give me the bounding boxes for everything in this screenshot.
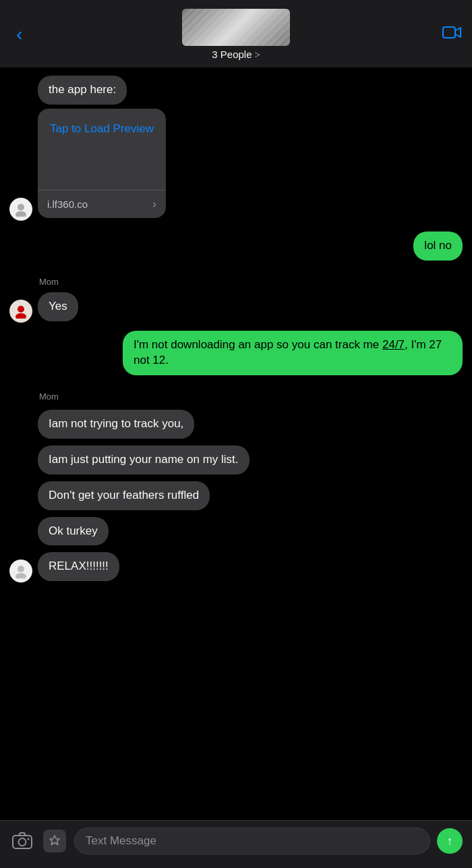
message-text: RELAX!!!!!!!	[49, 560, 109, 572]
group-name-row[interactable]: 3 People >	[212, 49, 260, 60]
svg-rect-7	[13, 836, 32, 848]
header-center: 3 People >	[182, 9, 290, 60]
svg-point-9	[28, 838, 30, 840]
message-bubble: RELAX!!!!!!!	[38, 552, 119, 581]
appstore-button[interactable]	[42, 828, 67, 854]
sender-label: Mom	[39, 391, 463, 402]
message-row: Yes	[9, 292, 463, 323]
link-preview-content: Tap to Load Preview	[38, 109, 166, 190]
group-avatar-redacted	[182, 9, 290, 46]
message-bubble-sent: I'm not downloading an app so you can tr…	[123, 331, 463, 375]
back-button[interactable]: ‹	[11, 21, 28, 48]
messages-area: the app here: Tap to Load Preview i.lf36…	[0, 67, 472, 592]
svg-point-8	[19, 838, 26, 846]
text-message-input[interactable]: Text Message	[74, 828, 430, 855]
message-text: Don't get your feathers ruffled	[49, 489, 199, 501]
message-text: the app here:	[49, 83, 116, 96]
message-bubble: Ok turkey	[38, 517, 109, 546]
send-button[interactable]: ↑	[437, 828, 463, 854]
svg-point-4	[16, 313, 26, 319]
sender-label: Mom	[39, 277, 463, 287]
group-name: 3 People	[212, 49, 252, 60]
message-bubble: the app here:	[38, 76, 127, 105]
link-preview-bubble[interactable]: Tap to Load Preview i.lf360.co ›	[38, 109, 166, 218]
message-row: Tap to Load Preview i.lf360.co ›	[9, 109, 463, 221]
text-message-placeholder: Text Message	[86, 834, 156, 848]
svg-point-5	[18, 566, 24, 572]
message-text: lol no	[424, 239, 452, 252]
send-icon: ↑	[447, 835, 453, 847]
group-chevron-icon: >	[255, 49, 260, 60]
message-text: Iam just putting your name on my list.	[49, 453, 239, 466]
message-text: Yes	[49, 300, 67, 313]
avatar	[9, 560, 32, 582]
message-text: Iam not trying to track you,	[49, 417, 183, 430]
underlined-text: 24/7	[382, 338, 405, 351]
message-text: I'm not downloading an app so you can tr…	[134, 338, 442, 367]
avatar	[9, 198, 32, 221]
message-bubble: Iam not trying to track you,	[38, 410, 194, 439]
message-bubble: Yes	[38, 292, 78, 321]
message-text: Ok turkey	[49, 524, 98, 537]
message-row: RELAX!!!!!!!	[9, 552, 463, 582]
svg-rect-0	[443, 27, 455, 38]
message-bubble: Don't get your feathers ruffled	[38, 481, 210, 510]
link-preview-footer: i.lf360.co ›	[38, 190, 166, 218]
link-url: i.lf360.co	[47, 198, 88, 210]
message-bubble-sent: lol no	[413, 232, 463, 261]
svg-point-6	[16, 573, 26, 578]
header: ‹ 3 People >	[0, 0, 472, 67]
video-call-button[interactable]	[442, 26, 461, 43]
svg-point-2	[16, 211, 26, 217]
bottom-toolbar: Text Message ↑	[0, 820, 472, 868]
svg-point-3	[18, 306, 24, 313]
avatar	[9, 300, 32, 323]
svg-point-1	[18, 204, 24, 211]
message-bubble: Iam just putting your name on my list.	[38, 445, 249, 474]
tap-to-load-label[interactable]: Tap to Load Preview	[50, 122, 154, 135]
camera-button[interactable]	[9, 828, 35, 854]
link-chevron-icon: ›	[152, 197, 156, 211]
